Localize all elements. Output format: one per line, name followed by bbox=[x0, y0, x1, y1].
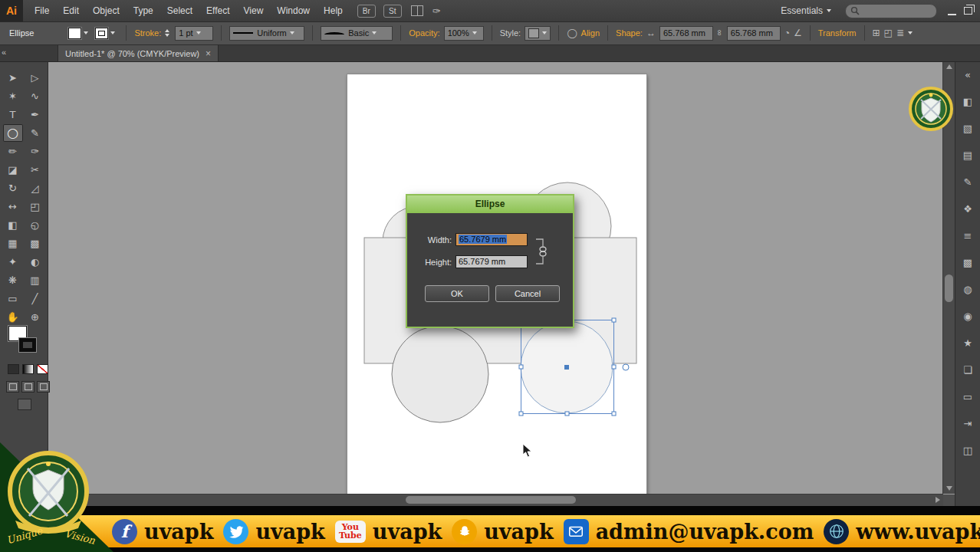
email-icon[interactable] bbox=[564, 519, 589, 544]
swatches-panel-icon[interactable]: ▤ bbox=[955, 142, 980, 169]
draw-inside-button[interactable] bbox=[37, 381, 50, 393]
hand-tool[interactable]: ✋ bbox=[3, 308, 23, 326]
rotate-handle[interactable] bbox=[623, 364, 629, 370]
shape-link[interactable]: Shape: bbox=[616, 28, 643, 38]
scissors-tool[interactable]: ✂ bbox=[25, 161, 45, 179]
opacity-select[interactable]: 100% bbox=[444, 26, 484, 41]
scale-tool[interactable]: ◿ bbox=[25, 179, 45, 197]
horizontal-scrollbar[interactable] bbox=[48, 494, 943, 506]
menu-item[interactable]: Select bbox=[160, 0, 199, 21]
pencil-tool[interactable]: ✏ bbox=[3, 143, 23, 160]
color-button[interactable] bbox=[8, 364, 19, 374]
blob-brush-tool[interactable]: ✑ bbox=[25, 143, 45, 160]
mesh-tool[interactable]: ▦ bbox=[3, 235, 23, 252]
rotate-tool[interactable]: ↻ bbox=[3, 179, 23, 197]
dialog-title[interactable]: Ellipse bbox=[407, 196, 573, 213]
fill-color-dropdown[interactable] bbox=[68, 28, 88, 39]
ok-button[interactable]: OK bbox=[425, 285, 489, 302]
paintbrush-tool[interactable]: ✎ bbox=[25, 124, 45, 142]
menu-item[interactable]: Type bbox=[127, 0, 160, 21]
minimize-icon[interactable] bbox=[948, 7, 956, 15]
email-address[interactable]: admin@uvapk.com bbox=[596, 520, 814, 544]
stroke-color-swatch[interactable] bbox=[19, 338, 36, 352]
eraser-tool[interactable]: ◪ bbox=[3, 161, 23, 179]
gradient-tool[interactable]: ▩ bbox=[25, 235, 45, 252]
stroke-panel-icon[interactable]: ≡ bbox=[955, 222, 980, 249]
globe-icon[interactable] bbox=[824, 519, 849, 544]
twitter-icon[interactable] bbox=[223, 519, 248, 544]
gradient-panel-icon[interactable]: ▩ bbox=[955, 249, 980, 276]
width-tool[interactable]: ↔ bbox=[3, 198, 23, 215]
scroll-down-icon[interactable] bbox=[946, 486, 952, 491]
draw-behind-button[interactable] bbox=[21, 381, 35, 393]
align-panel-icon[interactable]: ⇥ bbox=[955, 410, 980, 437]
appearance-panel-icon[interactable]: ◉ bbox=[955, 303, 980, 330]
width-profile-select[interactable]: Uniform bbox=[229, 26, 304, 41]
height-input[interactable]: 65.7679 mm bbox=[455, 255, 528, 268]
eyedropper-tool[interactable]: ✦ bbox=[3, 253, 23, 271]
center-anchor[interactable] bbox=[564, 365, 569, 370]
document-tab[interactable]: Untitled-1* @ 70% (CMYK/Preview) × bbox=[58, 45, 219, 61]
menu-item[interactable]: Edit bbox=[56, 0, 86, 21]
column-graph-tool[interactable]: ▥ bbox=[25, 271, 45, 289]
gradient-button[interactable] bbox=[22, 364, 34, 374]
collapse-panels-panel-icon[interactable]: « bbox=[955, 61, 980, 88]
shape-height-input[interactable]: 65.768 mm bbox=[727, 26, 781, 41]
stock-icon[interactable]: St bbox=[383, 5, 402, 18]
free-transform-icon[interactable]: ◰ bbox=[884, 28, 893, 38]
menu-item[interactable]: Effect bbox=[199, 0, 236, 21]
stroke-weight-label[interactable]: Stroke: bbox=[134, 28, 161, 38]
cancel-button[interactable]: Cancel bbox=[495, 285, 560, 302]
opacity-label[interactable]: Opacity: bbox=[409, 28, 439, 38]
grid-snap-icon[interactable]: ⊞ bbox=[873, 28, 880, 38]
transform-link[interactable]: Transform bbox=[818, 28, 857, 38]
brushes-panel-icon[interactable]: ✎ bbox=[955, 169, 980, 196]
stroke-color-dropdown[interactable] bbox=[95, 28, 115, 39]
perspective-grid-tool[interactable]: ◵ bbox=[25, 216, 45, 234]
pie-angle-icon[interactable]: ◔ bbox=[784, 28, 790, 38]
graphic-styles-panel-icon[interactable]: ★ bbox=[955, 330, 980, 356]
document-setup-icon[interactable]: ◯ bbox=[567, 28, 577, 38]
color-guide-panel-icon[interactable]: ▧ bbox=[955, 115, 980, 142]
type-tool[interactable]: T bbox=[3, 106, 23, 123]
restore-icon[interactable] bbox=[964, 7, 972, 15]
circle-shape[interactable] bbox=[392, 326, 488, 422]
pathfinder-panel-icon[interactable]: ◫ bbox=[955, 437, 980, 464]
layers-panel-icon[interactable]: ❏ bbox=[955, 356, 980, 383]
zoom-tool[interactable]: ⊕ bbox=[25, 308, 45, 326]
selection-tool[interactable]: ➤ bbox=[3, 69, 23, 87]
symbols-panel-icon[interactable]: ❖ bbox=[955, 196, 980, 222]
angle-icon[interactable]: ∠ bbox=[794, 28, 802, 38]
brush-definition-select[interactable]: Basic bbox=[321, 26, 393, 41]
search-input[interactable] bbox=[845, 4, 937, 18]
magic-wand-tool[interactable]: ✶ bbox=[3, 87, 23, 105]
menu-item[interactable]: File bbox=[28, 0, 56, 21]
shape-width-input[interactable]: 65.768 mm bbox=[659, 26, 713, 41]
color-panel-icon[interactable]: ◧ bbox=[955, 88, 980, 115]
workspace-select[interactable]: Essentials bbox=[781, 5, 831, 16]
constrain-proportions-icon[interactable]: ∞ bbox=[715, 30, 725, 36]
arrange-documents-icon[interactable] bbox=[411, 5, 423, 16]
transparency-panel-icon[interactable]: ◍ bbox=[955, 276, 980, 303]
collapse-tools-icon[interactable]: « bbox=[2, 48, 6, 57]
artboards-panel-icon[interactable]: ▭ bbox=[955, 383, 980, 410]
free-transform-tool[interactable]: ◰ bbox=[25, 198, 45, 215]
symbol-sprayer-tool[interactable]: ❋ bbox=[3, 271, 23, 289]
width-input[interactable]: 65.7679 mm bbox=[455, 233, 528, 246]
vertical-scroll-thumb[interactable] bbox=[945, 274, 953, 302]
youtube-icon[interactable]: You Tube bbox=[335, 521, 366, 543]
ellipse-tool[interactable]: ◯ bbox=[3, 124, 23, 142]
menu-item[interactable]: Window bbox=[270, 0, 317, 21]
constrain-link-icon[interactable] bbox=[534, 233, 548, 270]
snapchat-icon[interactable] bbox=[452, 519, 477, 544]
scroll-up-icon[interactable] bbox=[946, 64, 952, 69]
scroll-right-icon[interactable] bbox=[936, 497, 940, 503]
draw-normal-button[interactable] bbox=[6, 381, 19, 393]
menu-item[interactable]: Object bbox=[86, 0, 127, 21]
horizontal-scroll-thumb[interactable] bbox=[406, 496, 576, 504]
screen-mode-button[interactable] bbox=[18, 399, 31, 410]
artboard-tool[interactable]: ▭ bbox=[3, 290, 23, 307]
slice-tool[interactable]: ╱ bbox=[25, 290, 45, 307]
align-link[interactable]: Align bbox=[581, 28, 600, 38]
menu-item[interactable]: Help bbox=[317, 0, 350, 21]
